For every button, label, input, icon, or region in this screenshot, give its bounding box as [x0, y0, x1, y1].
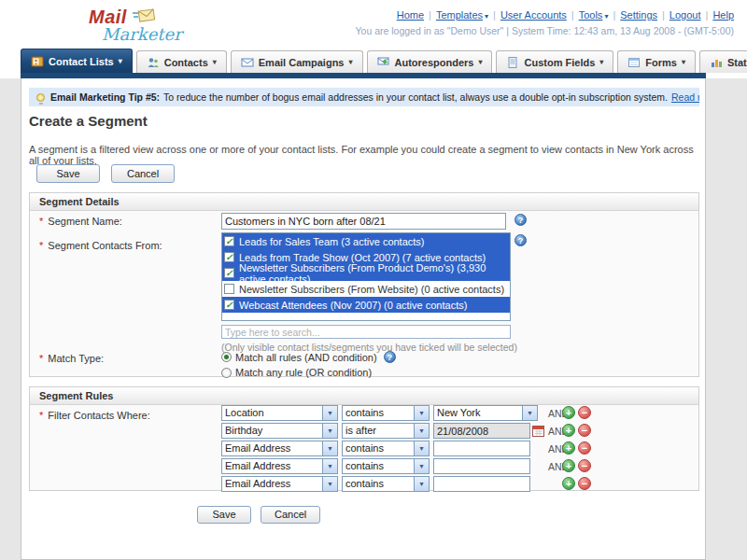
chevron-down-icon: ▾ [604, 12, 608, 21]
list-item[interactable]: ✓ Newsletter Subscribers (From Website) … [222, 281, 510, 297]
checkbox-icon[interactable]: ✓ [224, 300, 234, 310]
calendar-icon[interactable] [532, 425, 544, 439]
chevron-down-icon: ▼ [522, 406, 537, 420]
login-status-line: You are logged in as "Demo User" | Syste… [356, 25, 735, 36]
app-logo: Mail Marketer [89, 5, 219, 46]
cancel-button[interactable]: Cancel [111, 164, 175, 183]
page-title: Create a Segment [29, 113, 148, 129]
list-item-label: Newsletter Subscribers (From Product Dem… [239, 262, 510, 285]
segment-details-header: Segment Details [30, 193, 698, 211]
required-marker: * [39, 353, 43, 364]
rule-value-input[interactable] [433, 441, 530, 456]
rule-value-input[interactable] [433, 458, 530, 474]
contacts-icon [147, 56, 160, 69]
tab-label: Email Campaigns [259, 57, 345, 68]
remove-rule-icon[interactable]: − [578, 441, 591, 455]
rule-operator-select[interactable]: contains ▼ [342, 476, 430, 492]
tab-email-campaigns[interactable]: Email Campaigns ▾ [231, 50, 363, 73]
contact-lists-listbox: ✓ Leads for Sales Team (3 active contact… [221, 232, 511, 321]
top-button-row: Save Cancel [36, 164, 183, 183]
radio-button-icon[interactable] [221, 352, 232, 362]
chevron-down-icon: ▼ [414, 477, 429, 491]
checkbox-icon[interactable]: ✓ [224, 284, 234, 294]
remove-rule-icon[interactable]: − [578, 406, 591, 419]
nav-separator: | [662, 9, 665, 21]
rule-field-select[interactable]: Birthday ▼ [221, 423, 338, 439]
add-rule-icon[interactable]: + [562, 406, 575, 419]
chevron-down-icon: ▼ [414, 424, 429, 438]
bottom-button-row: Save Cancel [197, 506, 327, 524]
nav-tools-link[interactable]: Tools [579, 9, 603, 21]
remove-rule-icon[interactable]: − [578, 477, 591, 490]
nav-logout-link[interactable]: Logout [669, 9, 701, 21]
nav-separator: | [613, 9, 615, 21]
nav-help-link[interactable]: Help [712, 9, 734, 21]
tip-banner: Email Marketing Tip #5: To reduce the nu… [29, 88, 699, 106]
save-button[interactable]: Save [36, 164, 100, 183]
match-all-option[interactable]: Match all rules (AND condition) ? [221, 351, 396, 363]
rule-field-select[interactable]: Email Address ▼ [221, 476, 338, 492]
filter-row: Email Address ▼ contains ▼ + − [221, 476, 613, 492]
chevron-down-icon: ▼ [322, 477, 337, 491]
segment-name-input[interactable] [221, 213, 506, 230]
rule-field-select[interactable]: Email Address ▼ [221, 441, 338, 456]
tab-label: Custom Fields [524, 57, 595, 68]
nav-separator: | [493, 9, 496, 21]
tab-contacts[interactable]: Contacts ▾ [136, 50, 227, 73]
add-rule-icon[interactable]: + [562, 441, 575, 455]
stats-icon [710, 56, 723, 69]
nav-templates-link[interactable]: Templates [436, 9, 483, 21]
checkbox-icon[interactable]: ✓ [224, 268, 234, 278]
rule-field-select[interactable]: Location ▼ [221, 405, 338, 421]
list-item[interactable]: ✓ Newsletter Subscribers (From Product D… [222, 265, 510, 281]
rule-operator-select[interactable]: contains ▼ [342, 458, 430, 474]
tab-label: Contacts [164, 57, 208, 68]
tab-custom-fields[interactable]: Custom Fields ▾ [496, 50, 613, 73]
list-item[interactable]: ✓ Leads for Sales Team (3 active contact… [222, 233, 510, 249]
rule-operator-select[interactable]: contains ▼ [342, 405, 430, 421]
rule-date-input[interactable] [433, 423, 530, 439]
tab-autoresponders[interactable]: Autoresponders ▾ [367, 50, 493, 73]
required-marker: * [39, 410, 43, 421]
nav-user-accounts-link[interactable]: User Accounts [500, 9, 567, 21]
list-search-input[interactable] [221, 325, 511, 339]
rule-field-select[interactable]: Email Address ▼ [221, 458, 338, 474]
chevron-down-icon: ▾ [119, 57, 122, 65]
help-icon[interactable]: ? [384, 351, 396, 363]
tab-forms[interactable]: Forms ▾ [617, 50, 696, 73]
chevron-down-icon: ▼ [414, 406, 429, 420]
segment-name-label: * Segment Name: [39, 216, 122, 227]
filter-row: Location ▼ contains ▼ New York ▼ AND + − [221, 405, 613, 421]
help-icon[interactable]: ? [514, 234, 527, 246]
nav-home-link[interactable]: Home [397, 9, 424, 21]
cancel-button[interactable]: Cancel [261, 506, 320, 524]
radio-button-icon[interactable] [221, 368, 232, 378]
match-any-option[interactable]: Match any rule (OR condition) [221, 367, 372, 378]
list-item[interactable]: ✓ Webcast Attendees (Nov 2007) (0 active… [222, 297, 510, 313]
required-marker: * [39, 216, 43, 227]
read-more-link[interactable]: Read more... [671, 91, 699, 103]
add-rule-icon[interactable]: + [562, 459, 575, 472]
match-all-label: Match all rules (AND condition) [235, 352, 377, 363]
filter-row: Birthday ▼ is after ▼ AND + − [221, 423, 613, 439]
tab-contact-lists[interactable]: Contact Lists ▾ [21, 49, 133, 73]
tab-label: Autoresponders [395, 57, 474, 68]
envelope-logo-icon [132, 7, 156, 26]
rule-value-input[interactable] [433, 476, 530, 492]
help-icon[interactable]: ? [514, 214, 527, 226]
checkbox-icon[interactable]: ✓ [224, 252, 234, 262]
rule-operator-select[interactable]: contains ▼ [342, 441, 430, 456]
remove-rule-icon[interactable]: − [578, 424, 591, 437]
rule-value-select[interactable]: New York ▼ [433, 405, 538, 421]
checkbox-icon[interactable]: ✓ [224, 236, 234, 246]
save-button[interactable]: Save [197, 506, 251, 524]
remove-rule-icon[interactable]: − [578, 459, 591, 472]
rule-operator-select[interactable]: is after ▼ [342, 423, 430, 439]
nav-settings-link[interactable]: Settings [620, 9, 657, 21]
chevron-down-icon: ▾ [682, 58, 685, 66]
chevron-down-icon: ▼ [414, 459, 429, 473]
content-card: Email Marketing Tip #5: To reduce the nu… [21, 78, 706, 560]
add-rule-icon[interactable]: + [562, 477, 575, 490]
tab-stats[interactable]: Stats ▾ [699, 50, 747, 73]
add-rule-icon[interactable]: + [562, 424, 575, 437]
